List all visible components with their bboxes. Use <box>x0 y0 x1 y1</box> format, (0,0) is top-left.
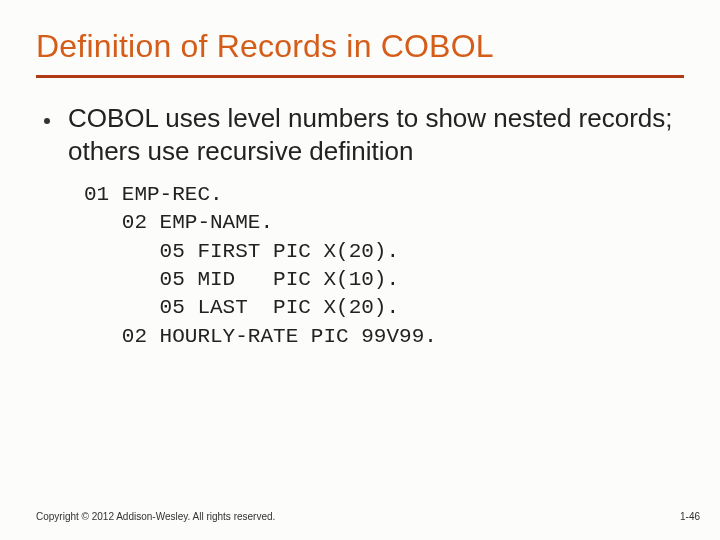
title-rule <box>36 75 684 78</box>
bullet-text: COBOL uses level numbers to show nested … <box>68 102 684 167</box>
page-number: 1-46 <box>680 511 700 522</box>
bullet-dot-icon <box>44 118 50 124</box>
slide: Definition of Records in COBOL COBOL use… <box>0 0 720 540</box>
slide-title: Definition of Records in COBOL <box>36 28 684 65</box>
copyright-footer: Copyright © 2012 Addison-Wesley. All rig… <box>36 511 275 522</box>
bullet-item: COBOL uses level numbers to show nested … <box>44 102 684 167</box>
code-block: 01 EMP-REC. 02 EMP-NAME. 05 FIRST PIC X(… <box>84 181 684 351</box>
